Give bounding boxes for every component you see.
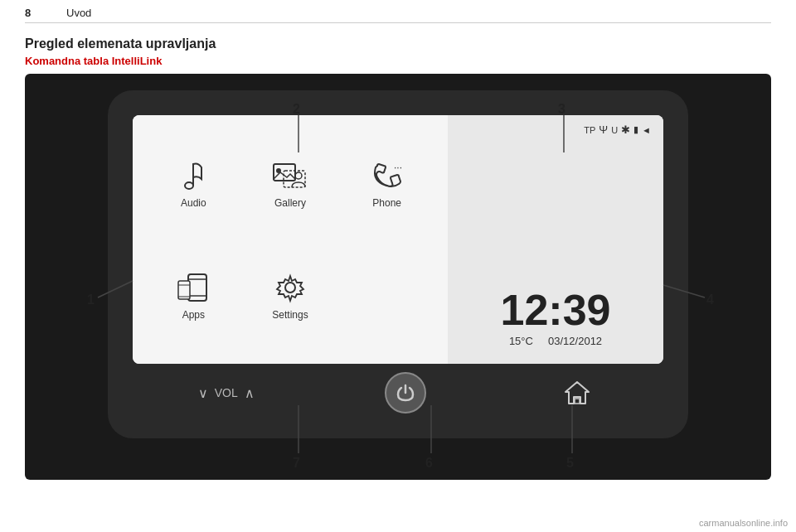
apps-icon xyxy=(172,271,214,304)
date: 03/12/2012 xyxy=(548,335,602,347)
vol-down-icon[interactable]: ∨ xyxy=(198,385,208,401)
main-content: Audio xyxy=(0,74,796,480)
vol-label: VOL xyxy=(215,386,238,399)
screen: Audio xyxy=(133,115,663,364)
audio-label: Audio xyxy=(181,197,206,209)
date-temp: 15°C 03/12/2012 xyxy=(460,335,651,347)
status-volume: ◄ xyxy=(642,125,651,135)
gallery-label: Gallery xyxy=(274,197,306,209)
status-battery: ▮ xyxy=(633,124,638,135)
callout-4: 4 xyxy=(706,293,714,307)
status-bar: TP Ψ U ✱ ▮ ◄ xyxy=(460,123,651,136)
phone-label: Phone xyxy=(372,197,401,209)
svg-rect-7 xyxy=(188,274,206,301)
status-bluetooth: ✱ xyxy=(621,123,630,136)
svg-point-13 xyxy=(285,283,295,293)
vol-control[interactable]: ∨ VOL ∧ xyxy=(198,385,255,401)
gallery-icon xyxy=(269,159,311,192)
page-title: Uvod xyxy=(66,7,91,19)
callout-6: 6 xyxy=(425,456,433,470)
screen-menu: Audio xyxy=(133,115,448,364)
vol-up-icon[interactable]: ∧ xyxy=(245,385,255,401)
diagram-container: Audio xyxy=(25,74,771,480)
menu-item-audio[interactable]: Audio xyxy=(172,159,214,209)
status-tp: TP xyxy=(584,125,595,135)
section-sub-title: Komandna tabla IntelliLink xyxy=(0,55,796,74)
power-button[interactable] xyxy=(385,372,426,414)
menu-item-phone[interactable]: ··· Phone xyxy=(366,159,408,209)
section-main-title: Pregled elemenata upravljanja xyxy=(0,31,796,55)
home-button[interactable] xyxy=(556,372,598,414)
watermark: carmanualsonline.info xyxy=(699,518,788,528)
status-usb: U xyxy=(611,125,618,135)
date-spacer xyxy=(536,335,546,347)
svg-point-5 xyxy=(295,172,302,179)
menu-item-apps[interactable]: Apps xyxy=(172,271,214,321)
callout-5: 5 xyxy=(566,456,574,470)
time-display: 12:39 xyxy=(460,288,651,331)
settings-icon xyxy=(269,271,311,304)
apps-label: Apps xyxy=(182,309,205,321)
status-signal: Ψ xyxy=(599,123,608,136)
header-divider xyxy=(25,22,771,23)
menu-item-gallery[interactable]: Gallery xyxy=(269,159,311,209)
svg-text:···: ··· xyxy=(394,162,402,173)
svg-rect-15 xyxy=(575,399,580,404)
svg-point-1 xyxy=(185,182,193,189)
bottom-controls: ∨ VOL ∧ xyxy=(133,372,663,414)
screen-info: TP Ψ U ✱ ▮ ◄ 12:39 15°C 03/12/2012 xyxy=(448,115,663,364)
audio-icon xyxy=(172,159,214,192)
car-unit: Audio xyxy=(108,90,688,438)
callout-7: 7 xyxy=(293,456,300,470)
menu-item-settings[interactable]: Settings xyxy=(269,271,311,321)
temperature: 15°C xyxy=(509,335,533,347)
page-header: 8 Uvod xyxy=(0,0,796,22)
page-number: 8 xyxy=(25,7,50,19)
phone-icon: ··· xyxy=(366,159,408,192)
callout-1: 1 xyxy=(87,293,95,307)
settings-label: Settings xyxy=(272,309,308,321)
svg-marker-14 xyxy=(565,382,589,404)
